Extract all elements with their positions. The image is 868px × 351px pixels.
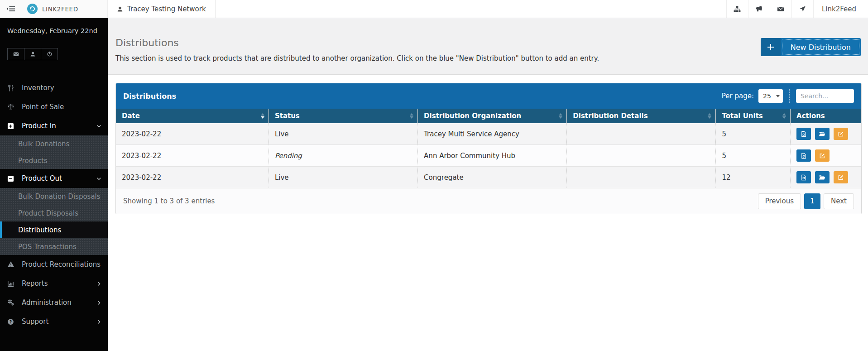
edit-row-button[interactable] bbox=[834, 171, 848, 183]
sidebar-item-label: Support bbox=[22, 317, 48, 326]
export-row-button[interactable] bbox=[796, 149, 811, 162]
sidebar-item-product-reconciliations[interactable]: Product Reconciliations bbox=[0, 255, 108, 274]
column-header-status[interactable]: Status bbox=[269, 109, 417, 123]
bar-chart-icon bbox=[7, 280, 18, 287]
page-title: Distributions bbox=[115, 37, 599, 49]
sidebar-item-point-of-sale[interactable]: Point of Sale bbox=[0, 97, 108, 116]
sidebar-quick-actions bbox=[7, 48, 101, 60]
cell-details bbox=[567, 123, 716, 145]
sidebar-item-support[interactable]: ? Support bbox=[0, 312, 108, 331]
chevron-right-icon bbox=[96, 319, 101, 324]
sidebar-item-label: Products bbox=[18, 157, 48, 165]
sidebar-item-inventory[interactable]: Inventory bbox=[0, 78, 108, 97]
view-row-button[interactable] bbox=[815, 171, 830, 183]
cell-actions bbox=[791, 145, 861, 167]
svg-text:?: ? bbox=[10, 319, 12, 324]
sidebar-item-reports[interactable]: Reports bbox=[0, 274, 108, 293]
account-label: Link2Feed bbox=[822, 5, 856, 13]
sidebar-item-label: Distributions bbox=[18, 226, 61, 234]
file-sync-icon bbox=[801, 153, 807, 159]
announcements-button[interactable] bbox=[748, 0, 770, 18]
plus-icon bbox=[761, 38, 781, 56]
page-1-button[interactable]: 1 bbox=[804, 193, 820, 209]
page-description: This section is used to track products t… bbox=[115, 54, 599, 63]
sidebar-item-product-out[interactable]: Product Out bbox=[0, 169, 108, 188]
divider bbox=[789, 89, 790, 103]
sidebar-item-bulk-donation-disposals[interactable]: Bulk Donation Disposals bbox=[0, 188, 108, 205]
account-menu[interactable]: Link2Feed bbox=[813, 0, 868, 18]
network-name: Tracey Testing Network bbox=[127, 5, 206, 13]
sidebar-item-products[interactable]: Products bbox=[0, 152, 108, 169]
sidebar-item-distributions[interactable]: Distributions bbox=[0, 221, 108, 238]
sidebar-item-label: Bulk Donations bbox=[18, 140, 69, 148]
showing-entries-text: Showing 1 to 3 of 3 entries bbox=[123, 197, 215, 205]
distributions-panel: Distributions Per page: 25 bbox=[115, 83, 862, 214]
sort-icon bbox=[410, 113, 413, 119]
table-row: 2023-02-22 Pending Ann Arbor Community H… bbox=[116, 145, 861, 167]
network-selector[interactable]: Tracey Testing Network bbox=[108, 0, 216, 18]
cell-organization: Ann Arbor Community Hub bbox=[418, 145, 567, 167]
edit-icon bbox=[838, 174, 844, 181]
warning-icon bbox=[7, 261, 18, 268]
messages-quick-button[interactable] bbox=[7, 48, 24, 60]
sidebar-item-product-disposals[interactable]: Product Disposals bbox=[0, 205, 108, 221]
distributions-table: Date Status Distribution Organization Di… bbox=[116, 109, 861, 188]
user-icon bbox=[117, 6, 123, 12]
chevron-right-icon bbox=[96, 281, 101, 286]
envelope-icon bbox=[13, 51, 19, 57]
file-sync-icon bbox=[801, 174, 807, 181]
sidebar-collapse-button[interactable] bbox=[0, 6, 15, 12]
profile-quick-button[interactable] bbox=[24, 48, 41, 60]
column-header-actions: Actions bbox=[791, 109, 861, 123]
column-header-details[interactable]: Distribution Details bbox=[567, 109, 716, 123]
edit-row-button[interactable] bbox=[815, 149, 830, 162]
export-row-button[interactable] bbox=[796, 171, 811, 183]
sort-icon bbox=[708, 113, 711, 119]
topbar: LINK2FEED Tracey Testing Network Link2Fe… bbox=[0, 0, 868, 18]
sidebar-item-label: Point of Sale bbox=[22, 103, 64, 111]
updates-button[interactable] bbox=[791, 0, 813, 18]
cell-total-units: 5 bbox=[716, 123, 791, 145]
search-input[interactable] bbox=[796, 89, 854, 103]
main-content: Distributions This section is used to tr… bbox=[108, 18, 868, 351]
export-row-button[interactable] bbox=[796, 128, 811, 140]
sidebar-item-pos-transactions[interactable]: POS Transactions bbox=[0, 238, 108, 255]
next-page-button[interactable]: Next bbox=[824, 193, 854, 209]
cell-status: Pending bbox=[269, 145, 417, 167]
cell-total-units: 5 bbox=[716, 145, 791, 167]
per-page-label: Per page: bbox=[722, 92, 754, 100]
per-page-select[interactable]: 25 bbox=[758, 89, 783, 103]
edit-icon bbox=[838, 131, 844, 137]
sidebar-item-bulk-donations[interactable]: Bulk Donations bbox=[0, 135, 108, 152]
cell-actions bbox=[791, 123, 861, 145]
edit-row-button[interactable] bbox=[834, 128, 848, 140]
sort-icon bbox=[261, 113, 264, 119]
power-icon bbox=[47, 51, 53, 57]
cell-total-units: 12 bbox=[716, 167, 791, 188]
sort-icon bbox=[782, 113, 786, 119]
new-distribution-button[interactable]: New Distribution bbox=[761, 38, 861, 56]
sidebar-date: Wednesday, February 22nd bbox=[0, 24, 108, 37]
page-header: Distributions This section is used to tr… bbox=[108, 18, 868, 75]
sidebar-item-administration[interactable]: Administration bbox=[0, 293, 108, 312]
file-sync-icon bbox=[801, 131, 807, 137]
table-row: 2023-02-22 Live Tracey Multi Service Age… bbox=[116, 123, 861, 145]
view-row-button[interactable] bbox=[815, 128, 830, 140]
messages-button[interactable] bbox=[770, 0, 791, 18]
column-header-date[interactable]: Date bbox=[116, 109, 269, 123]
column-header-organization[interactable]: Distribution Organization bbox=[418, 109, 567, 123]
folder-open-icon bbox=[819, 174, 825, 181]
column-header-total-units[interactable]: Total Units bbox=[716, 109, 791, 123]
cell-organization: Congregate bbox=[418, 167, 567, 188]
plus-square-icon bbox=[7, 123, 18, 130]
sidebar: Wednesday, February 22nd bbox=[0, 18, 108, 351]
previous-page-button[interactable]: Previous bbox=[758, 193, 801, 209]
sidebar-item-product-in[interactable]: Product In bbox=[0, 116, 108, 135]
edit-icon bbox=[819, 153, 825, 159]
cell-details bbox=[567, 145, 716, 167]
panel-title: Distributions bbox=[123, 92, 176, 101]
panel-heading: Distributions Per page: 25 bbox=[116, 83, 861, 109]
sidebar-item-label: Product In bbox=[22, 122, 56, 130]
sitemap-button[interactable] bbox=[726, 0, 748, 18]
logout-quick-button[interactable] bbox=[41, 48, 58, 60]
